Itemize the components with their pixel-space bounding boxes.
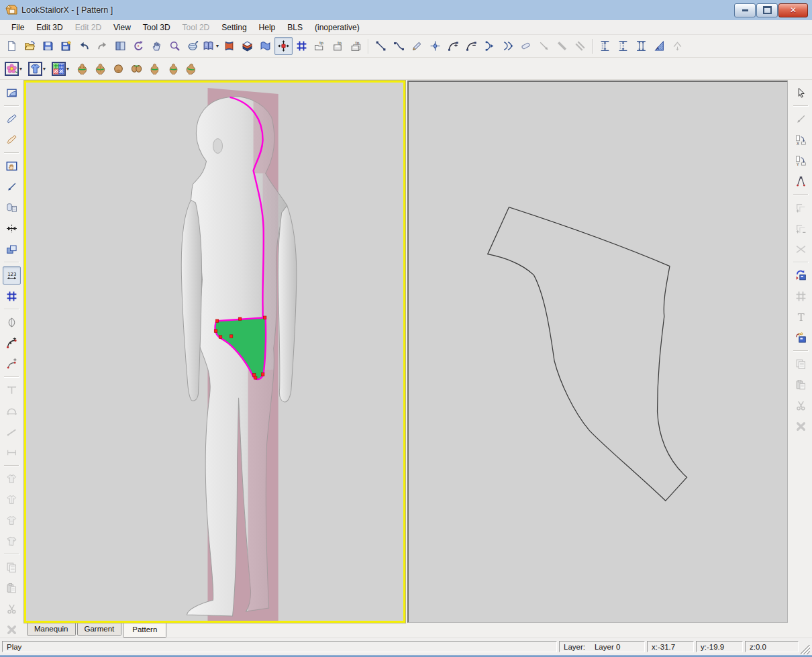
menu-item-inoperative[interactable]: (inoperative) [309,21,366,34]
surface-select-button[interactable] [3,84,21,102]
surface-blue-button[interactable] [256,37,274,55]
resize-grip[interactable] [801,645,810,654]
paste-doc-button[interactable] [3,579,21,597]
viewport-3d[interactable] [24,81,405,623]
symmetry-copy-button[interactable] [792,329,810,347]
line-arrow-button[interactable] [535,37,553,55]
curve-add-small-button[interactable] [3,355,21,373]
curve-remove-button[interactable] [462,37,480,55]
dropdown-arrow-icon[interactable]: ▼ [42,66,47,71]
tab-garment[interactable]: Garment [77,623,122,636]
tp-open-button[interactable]: tp [311,37,329,55]
save-file-button[interactable] [39,37,57,55]
garment-4-button[interactable] [3,532,21,550]
pencil-tool-button[interactable] [408,37,426,55]
tp-save-button[interactable]: tp [329,37,347,55]
open-file-button[interactable] [21,37,39,55]
knife-blue-button[interactable] [3,110,21,128]
delete-x-button[interactable] [792,417,810,436]
garment-2-button[interactable] [3,491,21,509]
close-button[interactable]: ✕ [778,3,808,17]
menu-item-setting[interactable]: Setting [215,21,252,34]
arrow-line-button[interactable] [3,178,21,196]
hand-image-button[interactable] [3,157,21,175]
double-line-button[interactable] [571,37,589,55]
cross-lines-button[interactable] [792,240,810,258]
dropdown-arrow-icon[interactable]: ▼ [215,44,220,48]
curve-add-button[interactable] [444,37,462,55]
thick-line-button[interactable] [553,37,571,55]
tab-pattern[interactable]: Pattern [123,623,166,638]
rotate-view-button[interactable] [130,37,148,55]
text-tool-button[interactable]: T [792,308,810,326]
mannequin-front-button[interactable] [73,60,91,78]
mannequin-side-1-button[interactable] [146,60,164,78]
grading-triangle-button[interactable]: A [650,37,668,55]
mannequin-back-button[interactable] [91,60,109,78]
diagonal-measure-button[interactable] [3,423,21,441]
flatten-triangle-button[interactable] [668,37,687,55]
grid-snap-gray-button[interactable] [792,287,810,305]
align-x-button[interactable]: X [792,131,810,149]
display-mode-button[interactable]: ▼ [202,37,220,55]
mirror-tool-button[interactable] [3,219,21,238]
delete-x-button[interactable] [3,621,21,639]
roll-copy-button[interactable] [3,199,21,217]
redo-button[interactable] [93,37,111,55]
surface-red-button[interactable] [220,37,238,55]
mannequin-side-2-button[interactable] [164,60,182,78]
rotate-copy-button[interactable] [792,266,810,285]
split-view-button[interactable] [111,37,130,55]
t-measure-button[interactable] [3,381,21,399]
save-import-button[interactable] [57,37,75,55]
grid-snap-2-button[interactable] [3,287,21,305]
new-file-button[interactable] [3,37,21,55]
eraser-button[interactable] [517,37,535,55]
garment-3-button[interactable] [3,511,21,529]
curve-tool-button[interactable] [390,37,408,55]
menu-item-help[interactable]: Help [253,21,282,34]
menu-item-edit-3d[interactable]: Edit 3D [30,21,68,34]
line-tool-button[interactable] [372,37,390,55]
zoom-magnifier-button[interactable] [166,37,184,55]
undo-button[interactable] [75,37,93,55]
align-y-button[interactable]: Y [792,152,810,170]
points-merge-button[interactable] [480,37,499,55]
maximize-button[interactable] [756,3,778,17]
color-grid-button[interactable]: ▼ [52,60,70,78]
dropdown-arrow-icon[interactable]: ▼ [66,66,70,71]
menu-item-tool-3d[interactable]: Tool 3D [137,21,176,34]
copy-3d-button[interactable] [3,240,21,258]
points-split-button[interactable] [499,37,517,55]
select-cursor-button[interactable] [792,84,810,102]
grid-snap-button[interactable] [293,37,311,55]
mannequin-top-button[interactable] [128,60,146,78]
tab-manequin[interactable]: Manequin [27,623,76,636]
flower-button[interactable]: ▼ [5,60,23,78]
move-point-button[interactable] [274,37,293,55]
divider-tool-button[interactable] [792,172,810,191]
pan-hand-button[interactable] [148,37,166,55]
mannequin-side-3-button[interactable] [182,60,200,78]
measure-123-button[interactable]: 123 [3,266,21,285]
copy-doc-button[interactable] [3,558,21,576]
surface-wedge-button[interactable] [238,37,256,55]
measure-dashed-button[interactable] [614,37,632,55]
garment-button[interactable]: ▼ [29,60,47,78]
mannequin-head-button[interactable] [109,60,128,78]
viewport-2d[interactable] [407,81,788,623]
cut-scissors-button[interactable] [792,397,810,415]
knife-tan-button[interactable] [3,131,21,149]
line-arrow-2-button[interactable] [792,110,810,128]
menu-item-bls[interactable]: BLS [281,21,309,34]
dropdown-arrow-icon[interactable]: ▼ [19,66,23,71]
curve-add-dark-button[interactable] [3,334,21,352]
measure-vertical-button[interactable] [596,37,614,55]
corner-plus-button[interactable] [792,199,810,217]
garment-1-button[interactable] [3,470,21,488]
minimize-button[interactable] [734,3,756,17]
rotate-3d-button[interactable] [184,37,202,55]
lens-tool-button[interactable] [3,313,21,332]
measure-double-button[interactable] [632,37,650,55]
pattern-outline[interactable] [488,207,687,501]
